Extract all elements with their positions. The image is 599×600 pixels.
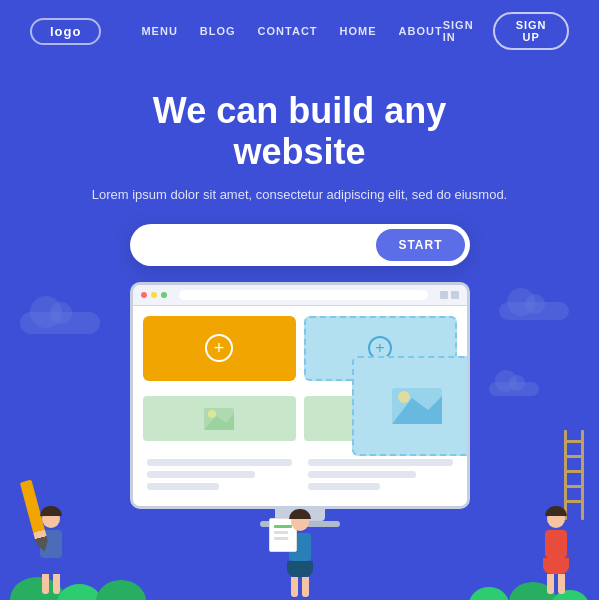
ladder-rung (564, 440, 584, 443)
add-icon: + (205, 334, 233, 362)
character-head (291, 513, 309, 531)
nav-links: MENU BLOG CONTACT HOME ABOUT (141, 25, 442, 37)
ladder-side-left (564, 430, 567, 520)
monitor-icons (440, 291, 459, 299)
monitor-top-bar (133, 285, 467, 306)
ladder-rung (564, 500, 584, 503)
character-right (543, 510, 569, 594)
text-line (147, 459, 292, 466)
cloud-mid-right (489, 382, 539, 396)
char-leg-l (291, 577, 298, 597)
character-legs (291, 577, 309, 597)
doc-line-short (274, 531, 288, 534)
nav-contact[interactable]: CONTACT (258, 25, 318, 37)
text-line (308, 471, 417, 478)
monitor-icon-1 (440, 291, 448, 299)
monitor-url-bar (179, 290, 428, 300)
text-line (308, 483, 381, 490)
char-leg-l (42, 574, 49, 594)
ladder-rung (564, 455, 584, 458)
nav-home[interactable]: HOME (340, 25, 377, 37)
character-head (547, 510, 565, 528)
nav-actions: SIGN IN SIGN UP (443, 12, 569, 50)
start-button[interactable]: START (376, 229, 464, 261)
hero-headline: We can build any website (20, 90, 579, 173)
text-lines-1 (143, 453, 296, 496)
nav-about[interactable]: ABOUT (399, 25, 443, 37)
sign-up-button[interactable]: SIGN UP (493, 12, 569, 50)
text-line (147, 471, 256, 478)
character-body-mid (287, 513, 313, 597)
doc-line-green (274, 525, 292, 528)
hero-subtext: Lorem ipsum dolor sit amet, consectetur … (20, 187, 579, 202)
character-legs (547, 574, 565, 594)
character-head (42, 510, 60, 528)
character-legs (42, 574, 60, 594)
image-thumb-1 (143, 396, 296, 441)
character-left (38, 510, 64, 594)
svg-point-5 (208, 410, 216, 418)
svg-point-11 (398, 391, 410, 403)
monitor-icon-2 (451, 291, 459, 299)
ladder-side-right (581, 430, 584, 520)
bush-group-right (475, 582, 589, 600)
char-leg-l (547, 574, 554, 594)
char-leg-r (53, 574, 60, 594)
bush (96, 580, 146, 600)
character-torso (545, 530, 567, 558)
character-skirt (38, 558, 64, 574)
text-line (308, 459, 453, 466)
add-block[interactable]: + (143, 316, 296, 381)
logo[interactable]: logo (30, 18, 101, 45)
ladder-icon (564, 430, 584, 520)
hero-section: We can build any website Lorem ipsum dol… (0, 62, 599, 282)
nav-blog[interactable]: BLOG (200, 25, 236, 37)
nav-menu[interactable]: MENU (141, 25, 177, 37)
char-leg-r (558, 574, 565, 594)
dot-yellow (151, 292, 157, 298)
text-lines-2 (304, 453, 457, 496)
navbar: logo MENU BLOG CONTACT HOME ABOUT SIGN I… (0, 0, 599, 62)
dot-red (141, 292, 147, 298)
search-bar: START (130, 224, 470, 266)
monitor-body: + + (130, 282, 470, 509)
image-overlay (352, 356, 470, 456)
text-line (147, 483, 220, 490)
character-middle (287, 513, 313, 597)
char-leg-r (302, 577, 309, 597)
character-skirt (287, 561, 313, 577)
monitor-section: + + (0, 282, 599, 600)
monitor: + + (130, 282, 470, 527)
character-skirt (543, 558, 569, 574)
ladder-rung (564, 485, 584, 488)
sign-in-link[interactable]: SIGN IN (443, 19, 480, 43)
doc-line-short (274, 537, 288, 540)
cloud-left (20, 312, 100, 334)
ladder-rung (564, 470, 584, 473)
bush (469, 587, 509, 600)
character-body-right (543, 510, 569, 594)
cloud-right (499, 302, 569, 320)
search-input[interactable] (150, 237, 377, 252)
bush-group-left (10, 577, 146, 600)
dot-green (161, 292, 167, 298)
